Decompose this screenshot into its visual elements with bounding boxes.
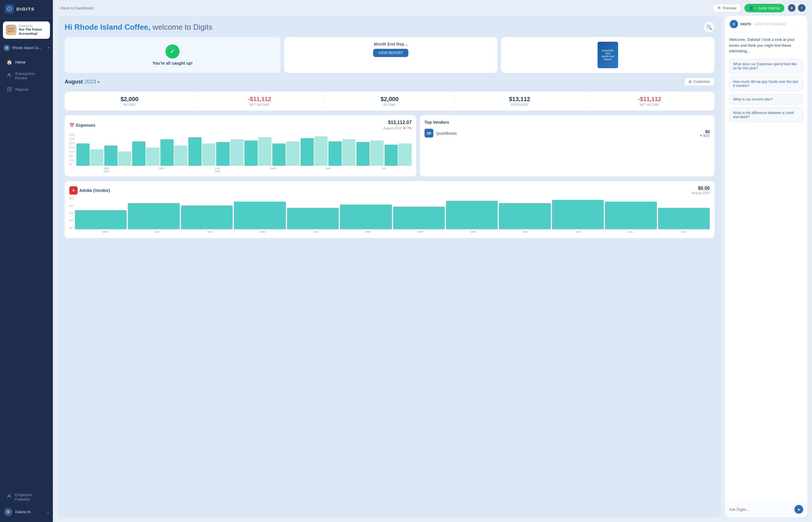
logo-icon	[5, 4, 14, 14]
expenses-calendar-icon: 📅	[69, 123, 74, 127]
chat-input[interactable]	[729, 507, 792, 512]
user-avatar: D	[4, 508, 12, 516]
sidebar-item-transaction-review-label: Transaction Review	[15, 72, 46, 80]
sidebar-item-transaction-review[interactable]: Transaction Review	[2, 68, 50, 83]
bar-group-8	[300, 136, 328, 166]
adobe-bar-7	[446, 201, 498, 229]
employee-features-label: Employee Features	[15, 493, 46, 501]
bar-group-2	[132, 141, 159, 166]
welcome-subtitle: welcome to Digits	[152, 23, 212, 32]
user-row[interactable]: D Dakota M. ▾	[0, 505, 53, 519]
vendor-item-quickbooks: QB QuickBooks $0 ▼ $102	[424, 126, 710, 140]
chat-messages: Welcome, Dakota! I took a look at your b…	[725, 33, 807, 501]
chat-send-button[interactable]: ➤	[794, 505, 803, 514]
expense-bar-main-11	[384, 145, 398, 166]
bar-group-5	[216, 139, 243, 166]
month-name: August	[65, 79, 83, 85]
expenses-title-text: Expenses	[76, 123, 95, 127]
chat-header: D DIGITS A FEW SECONDS AGO	[725, 16, 807, 33]
expenses-header: 📅 Expenses $13,112.07 August 2023 ▼ 7%	[69, 120, 412, 130]
stats-row: $2,000 INCOME -$11,112 NET INCOME $2,000…	[65, 92, 714, 111]
bar-group-1	[104, 145, 131, 166]
expense-bar-main-3	[161, 139, 174, 166]
expense-bar-light-4	[202, 143, 215, 166]
book-line2: 2021	[605, 52, 611, 55]
adobe-icon: A	[69, 186, 78, 195]
company-initial: R	[3, 45, 10, 51]
expense-bar-main-2	[132, 141, 145, 166]
adobe-title: A Adobe (Vendor)	[69, 186, 110, 195]
chat-suggestion-0[interactable]: What does our Expenses spend look like s…	[729, 59, 803, 74]
search-button[interactable]: 🔍	[704, 22, 714, 32]
adobe-title-text: Adobe (Vendor)	[79, 188, 110, 193]
expenses-bars: $28k $24k $20k $16k $12k $8k $4k $0	[69, 134, 412, 166]
period-chevron-icon: ▾	[98, 80, 100, 84]
invite-clients-button[interactable]: 👤+ Invite Clients	[745, 4, 784, 12]
expense-bar-light-5	[230, 139, 244, 166]
expense-bar-light-6	[258, 137, 271, 166]
sidebar-bottom: Employee Features D Dakota M. ▾	[0, 486, 53, 522]
chat-panel: D DIGITS A FEW SECONDS AGO Welcome, Dako…	[725, 16, 807, 517]
report-book: November 2021 Month End Report	[598, 42, 618, 68]
stat-income-1-label: INCOME	[67, 103, 191, 106]
back-to-dashboard-link[interactable]: ‹ Back to Dashboard	[59, 6, 94, 10]
svg-point-1	[9, 8, 10, 9]
back-label: Back to Dashboard	[61, 6, 94, 10]
powered-by-box: LOVEACCT Powered by See The Future Accou…	[3, 21, 50, 39]
user-avatars: D I	[787, 3, 806, 12]
book-line3: Month End	[601, 55, 614, 58]
adobe-bar-9	[552, 200, 604, 229]
expense-bar-main-0	[76, 143, 90, 166]
vendors-card: Top Vendors QB QuickBooks $0 ▼ $102	[420, 115, 714, 176]
digits-avatar: D	[730, 20, 738, 28]
expense-bar-main-4	[188, 137, 202, 166]
sidebar-item-home[interactable]: 🏠 Home	[2, 56, 50, 68]
logo-area: DIGITS	[0, 0, 53, 18]
send-icon: ➤	[797, 507, 800, 512]
expense-bar-light-7	[286, 141, 299, 166]
expense-bar-light-9	[342, 139, 355, 166]
expenses-amount: $13,112.07	[383, 120, 412, 125]
stat-net-income-1: -$11,112 NET INCOME	[195, 92, 325, 111]
sidebar-item-employee-features[interactable]: Employee Features	[2, 490, 50, 504]
top-cards-row: ✓ You're all caught up! Month End Rep...…	[65, 37, 714, 73]
customize-label: Customize	[693, 80, 710, 84]
adobe-bar-0	[75, 210, 127, 229]
expenses-chart: $28k $24k $20k $16k $12k $8k $4k $0	[69, 134, 412, 172]
preview-label: Preview	[723, 6, 736, 10]
adobe-period: August 2023	[691, 191, 710, 195]
company-chevron-icon: ▾	[48, 46, 49, 49]
expense-bar-light-0	[90, 149, 103, 166]
dashboard-panel: Hi Rhode Island Coffee, welcome to Digit…	[58, 16, 722, 517]
powered-avatar: LOVEACCT	[6, 25, 17, 35]
expenses-period: August 2023	[383, 126, 401, 130]
chat-input-area: ➤	[725, 501, 807, 517]
month-selector[interactable]: August 2023 ▾	[65, 79, 100, 85]
chat-suggestion-1[interactable]: How much did we pay Gusto over the last …	[729, 76, 803, 91]
content-area: Hi Rhode Island Coffee, welcome to Digit…	[53, 16, 812, 522]
sidebar-item-reports-label: Reports	[15, 87, 29, 92]
expense-bar-light-8	[314, 136, 328, 166]
welcome-company: Hi Rhode Island Coffee,	[65, 23, 150, 32]
chat-suggestion-3[interactable]: What is the difference between a credit …	[729, 107, 803, 122]
topbar-actions: 👁 Preview 👤+ Invite Clients D I	[712, 3, 806, 12]
adobe-bar-5	[340, 205, 392, 229]
preview-button[interactable]: 👁 Preview	[712, 4, 742, 12]
chat-suggestion-2[interactable]: What is our current ratio?	[729, 94, 803, 105]
stat-expenses: $13,112 EXPENSES	[455, 92, 585, 111]
company-selector[interactable]: R Rhode Island Co... ▾	[0, 42, 53, 54]
report-title: Month End Rep...	[374, 42, 408, 46]
adobe-bar-3	[234, 202, 286, 229]
stat-income-1-value: $2,000	[67, 96, 191, 103]
bar-group-3	[161, 139, 187, 166]
avatar-d: D	[787, 3, 796, 12]
expenses-x-labels: SEP2022 NOV JAN2023 MAR MAY JUL	[79, 167, 412, 173]
sidebar-item-reports[interactable]: Reports	[2, 84, 50, 96]
customize-button[interactable]: ⊞ Customize	[684, 78, 714, 86]
avatar-i: I	[797, 3, 806, 12]
adobe-chart: $50 $40 $30 $20 $10	[69, 197, 710, 229]
view-report-button[interactable]: VIEW REPORT	[373, 49, 408, 57]
customize-grid-icon: ⊞	[689, 80, 691, 84]
home-icon: 🏠	[6, 59, 12, 65]
welcome-row: Hi Rhode Island Coffee, welcome to Digit…	[65, 22, 714, 32]
